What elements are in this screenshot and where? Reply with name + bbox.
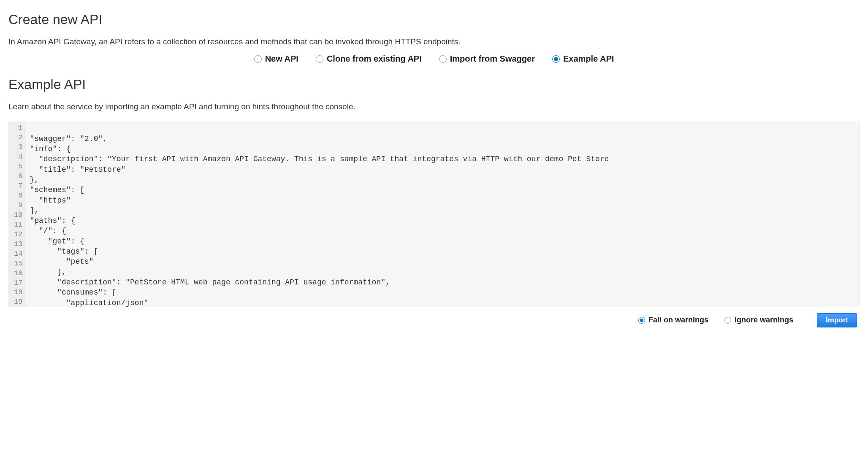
page-title: Create new API — [8, 12, 860, 27]
code-editor[interactable]: 12345678910111213141516171819 "swagger":… — [8, 122, 860, 307]
radio-icon — [552, 55, 560, 63]
radio-icon — [439, 55, 447, 63]
radio-label: New API — [265, 54, 298, 64]
radio-icon — [724, 317, 731, 324]
radio-icon — [254, 55, 262, 63]
radio-icon — [638, 317, 645, 324]
intro-text: In Amazon API Gateway, an API refers to … — [8, 37, 860, 46]
radio-label: Example API — [563, 54, 614, 64]
radio-label: Import from Swagger — [450, 54, 535, 64]
code-content[interactable]: "swagger": "2.0","info": { "description"… — [26, 122, 859, 307]
import-options-row: Fail on warnings Ignore warnings Import — [8, 313, 860, 327]
import-button[interactable]: Import — [817, 313, 857, 327]
radio-new-api[interactable]: New API — [254, 54, 298, 64]
divider — [8, 96, 860, 96]
radio-label: Clone from existing API — [327, 54, 422, 64]
radio-label: Ignore warnings — [735, 316, 793, 324]
create-api-radio-group: New API Clone from existing API Import f… — [8, 54, 860, 65]
radio-example-api[interactable]: Example API — [552, 54, 614, 64]
radio-icon — [316, 55, 323, 63]
radio-import-swagger[interactable]: Import from Swagger — [439, 54, 535, 64]
divider — [8, 31, 860, 31]
radio-ignore-warnings[interactable]: Ignore warnings — [724, 316, 793, 324]
radio-clone-existing[interactable]: Clone from existing API — [316, 54, 422, 64]
section-title: Example API — [8, 77, 860, 92]
radio-label: Fail on warnings — [648, 316, 708, 324]
example-description: Learn about the service by importing an … — [8, 102, 860, 111]
radio-fail-on-warnings[interactable]: Fail on warnings — [638, 316, 708, 324]
line-number-gutter: 12345678910111213141516171819 — [9, 122, 26, 307]
